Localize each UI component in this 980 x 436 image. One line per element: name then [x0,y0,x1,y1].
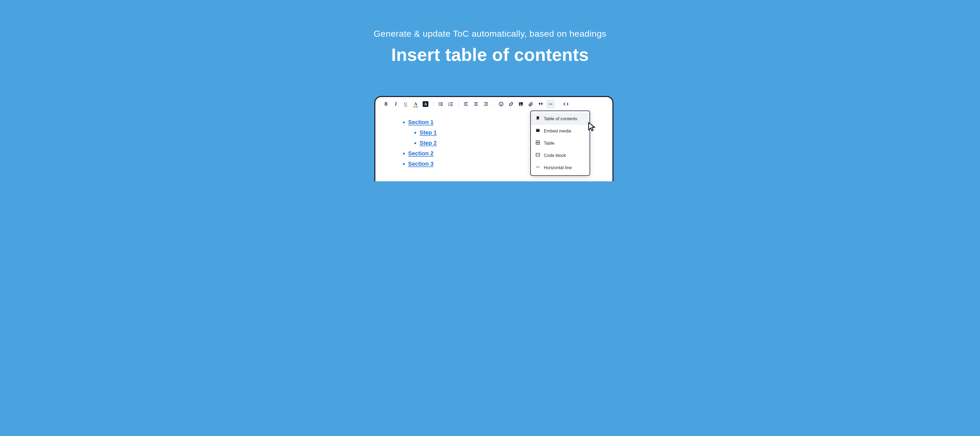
svg-rect-3 [440,104,443,104]
svg-text:3: 3 [449,105,449,106]
dropdown-item-table[interactable]: Table [531,137,590,149]
dropdown-item-label: Table of contents [544,116,578,121]
toolbar-divider [558,101,558,107]
svg-rect-1 [440,102,443,103]
toc-link[interactable]: Step 1 [420,129,437,136]
align-right-button[interactable] [481,100,490,109]
cursor-pointer-icon [587,121,597,133]
dropdown-item-embed[interactable]: Embed media [531,125,590,137]
hr-icon [536,164,540,171]
underline-button[interactable]: U [401,100,410,109]
svg-rect-20 [484,105,488,105]
code-icon [536,152,540,158]
dropdown-item-label: Embed media [544,128,571,134]
svg-point-23 [502,103,502,104]
svg-rect-15 [474,102,478,103]
bold-button[interactable]: B [382,100,390,109]
code-view-button[interactable] [562,100,570,109]
bookmark-icon [536,116,540,122]
numbered-list-button[interactable]: 123 [446,100,455,109]
align-left-button[interactable] [462,100,471,109]
toolbar-divider [493,101,494,107]
svg-rect-7 [450,102,453,103]
bg-color-button[interactable]: A [421,100,430,109]
italic-button[interactable]: I [391,100,400,109]
svg-rect-16 [475,104,477,104]
svg-rect-13 [464,104,467,104]
svg-rect-11 [450,105,453,106]
svg-point-21 [500,102,503,106]
svg-rect-19 [485,104,488,104]
toc-link[interactable]: Section 2 [408,150,434,157]
dropdown-item-label: Table [544,141,554,146]
svg-rect-9 [450,104,453,104]
more-button[interactable] [546,100,555,109]
dropdown-item-label: Code block [544,153,566,158]
dropdown-item-label: Horizontal line [544,165,572,170]
toc-link[interactable]: Section 3 [408,161,434,167]
svg-point-28 [551,104,552,104]
toc-link[interactable]: Section 1 [408,119,434,125]
dropdown-item-hr[interactable]: Horizontal line [531,161,590,174]
emoji-button[interactable] [497,100,506,109]
toc-link[interactable]: Step 2 [420,140,437,146]
dropdown-item-codeblock[interactable]: Code block [531,149,590,161]
svg-point-27 [550,104,551,104]
text-color-button[interactable]: A [411,100,420,109]
grid-icon [536,140,540,146]
align-center-button[interactable] [471,100,480,109]
svg-rect-17 [474,105,478,105]
svg-point-22 [500,103,501,104]
bullet-list-button[interactable] [436,100,445,109]
hero-title: Insert table of contents [290,45,690,65]
svg-rect-12 [464,102,468,103]
link-button[interactable] [507,100,515,109]
clapper-icon [536,128,540,134]
attachment-button[interactable] [527,100,535,109]
insert-dropdown: Table of contents Embed media Table Code… [530,110,590,176]
image-button[interactable] [517,100,525,109]
toolbar: B I U A A 123 [375,97,612,111]
svg-rect-5 [440,105,443,105]
svg-point-4 [439,105,439,105]
svg-point-25 [520,103,521,104]
svg-rect-18 [484,102,488,103]
svg-point-26 [549,104,549,104]
svg-rect-31 [536,167,540,167]
quote-button[interactable] [536,100,545,109]
svg-point-2 [439,104,439,104]
toolbar-divider [433,101,433,107]
svg-point-0 [439,102,439,103]
editor-window: B I U A A 123 [374,96,614,181]
svg-rect-14 [464,105,468,105]
hero-subtitle: Generate & update ToC automatically, bas… [290,0,690,39]
dropdown-item-toc[interactable]: Table of contents [531,113,590,125]
